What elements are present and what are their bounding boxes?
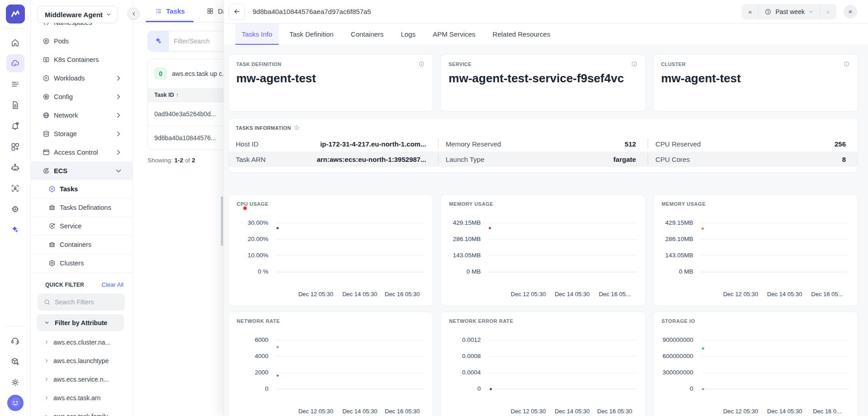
attribute-filter-item[interactable]: aws.ecs.launchtype — [31, 351, 133, 370]
info-field-task-arn: Task ARNarn:aws:ecs:eu-north-1:3952987..… — [229, 156, 438, 163]
summary-card-header: CLUSTER — [661, 61, 850, 67]
attribute-filter-item[interactable]: aws.ecs.service.n... — [31, 370, 133, 388]
rail-divider — [5, 326, 25, 326]
alerts-button[interactable] — [6, 117, 24, 135]
install-button[interactable] — [6, 352, 24, 370]
gridline — [701, 272, 849, 272]
sidebar-item-network[interactable]: Network — [31, 106, 133, 124]
chevron-right-icon — [114, 148, 123, 156]
sidebar-collapse-button[interactable] — [128, 8, 139, 19]
dashboards-button[interactable] — [6, 137, 24, 156]
time-back-button[interactable]: « — [742, 4, 758, 19]
sidebar-item-containers[interactable]: Containers — [31, 236, 133, 254]
middleware-logo[interactable] — [6, 5, 25, 24]
gridline — [488, 255, 637, 256]
tab-containers[interactable]: Containers — [344, 24, 390, 45]
x-tick-label: Dec 16 0... — [813, 408, 841, 415]
sidebar-item-tasks-definations[interactable]: Tasks Definations — [31, 199, 133, 217]
chart-card-network-error-rate: NETWORK ERROR RATE0.00120.00080.00040Dec… — [440, 312, 645, 416]
home-button[interactable] — [6, 33, 24, 52]
clear-all-link[interactable]: Clear All — [102, 281, 124, 288]
info-icon — [843, 61, 850, 67]
infra-monitoring-button[interactable] — [6, 200, 24, 218]
documents-button[interactable] — [6, 96, 24, 114]
x-tick-label: Dec 16 05:30 — [385, 408, 420, 415]
search-filters-input[interactable] — [55, 298, 120, 306]
scrollbar-thumb[interactable] — [221, 196, 223, 246]
attribute-filter-item[interactable]: aws.ecs.task.arn — [31, 388, 133, 407]
settings-button[interactable] — [6, 373, 24, 391]
filter-by-attribute-toggle[interactable]: Filter by Attribute — [37, 314, 124, 331]
tab-apm-services[interactable]: APM Services — [426, 24, 482, 45]
sidebar-item-clusters[interactable]: Clusters — [31, 254, 133, 273]
sidebar-item-ecs[interactable]: ECS — [31, 161, 133, 180]
sidebar-item-pods[interactable]: Pods — [31, 32, 133, 50]
user-avatar[interactable] — [7, 394, 24, 411]
chevron-right-icon — [114, 93, 123, 101]
tab-tasks-info[interactable]: Tasks Info — [235, 24, 279, 45]
network-icon — [42, 111, 50, 119]
attribute-filter-item[interactable]: aws.ecs.task.family — [31, 407, 133, 416]
attribute-label: aws.ecs.service.n... — [53, 376, 109, 383]
cursor-indicator — [243, 207, 247, 210]
time-range-dropdown[interactable]: Past week — [758, 8, 820, 15]
session-replay-button[interactable] — [6, 179, 24, 197]
info-field-value: 256 — [835, 140, 846, 148]
summary-card-header: SERVICE — [448, 61, 637, 67]
gridline — [701, 239, 849, 240]
sidebar-item-label: Access Control — [54, 149, 114, 156]
info-field-label: Launch Type — [446, 156, 485, 163]
x-tick-label: Dec 16 05:30 — [597, 408, 632, 415]
tab-related-resources[interactable]: Related Resources — [486, 24, 557, 45]
app-selector-dropdown[interactable]: Middleware Agent — [37, 6, 118, 23]
info-field-cpu-cores: CPU Cores8 — [648, 156, 858, 163]
sidebar-item-label: Config — [54, 93, 114, 100]
chart-x-axis: Dec 12 05:30Dec 14 05:30Dec 16 05... — [488, 291, 637, 298]
close-drawer-button[interactable]: × — [844, 5, 857, 19]
tab-tasks[interactable]: Tasks — [146, 0, 194, 22]
attribute-filter-list: aws.ecs.cluster.na...aws.ecs.launchtypea… — [31, 333, 133, 416]
gear-icon — [10, 378, 20, 387]
y-tick-label: 286.10MB — [453, 236, 481, 242]
x-tick-label: Dec 12 05:30 — [511, 408, 546, 415]
tab-task-definition[interactable]: Task Definition — [283, 24, 340, 45]
sidebar-item-storage[interactable]: Storage — [31, 124, 133, 143]
time-forward-button[interactable]: » — [820, 4, 836, 19]
attribute-label: aws.ecs.task.family — [53, 413, 108, 416]
sidebar-item-access-control[interactable]: Access Control — [31, 143, 133, 161]
tasks-icon — [48, 185, 56, 193]
infrastructure-icon — [10, 59, 20, 68]
infrastructure-button[interactable] — [6, 54, 24, 72]
sidebar-item-service[interactable]: Service — [31, 217, 133, 236]
x-tick-label: Dec 14 05:30 — [555, 408, 590, 415]
gridline — [276, 356, 424, 357]
tab-label: Tasks — [166, 7, 185, 15]
chart-x-axis: Dec 12 05:30Dec 14 05:30Dec 16 05:30 — [488, 408, 637, 415]
summary-card-label: SERVICE — [448, 61, 471, 67]
gridline — [488, 272, 637, 272]
info-field-label: CPU Reserved — [655, 140, 701, 148]
sidebar-item-tasks[interactable]: Tasks — [31, 180, 133, 199]
chart-card-network-rate: NETWORK RATE6000400020000Dec 12 05:30Dec… — [228, 312, 433, 416]
chart-y-axis: 429.15MB286.10MB143.05MB0 MB — [449, 217, 488, 277]
metric-label: aws.ecs.task up c... — [172, 70, 227, 77]
ai-assistant-button[interactable] — [6, 158, 24, 176]
chevron-right-icon — [114, 130, 123, 138]
data-point — [277, 227, 279, 229]
summary-card-value: mw-agent-test — [236, 71, 425, 86]
attribute-filter-item[interactable]: aws.ecs.cluster.na... — [31, 333, 133, 351]
chart-card-storage-io: STORAGE IO9000000006000000003000000000De… — [653, 312, 858, 416]
logs-button[interactable] — [6, 75, 24, 93]
back-button[interactable] — [229, 4, 245, 20]
y-tick-label: 30.00% — [248, 219, 268, 226]
chevron-left-icon — [131, 11, 137, 17]
task-detail-drawer: 9d8ba40a10844576aea7d97ac6f857a5 « Past … — [224, 0, 868, 416]
tab-logs[interactable]: Logs — [395, 24, 422, 45]
data-point — [489, 227, 491, 229]
chart-card-cpu-usage: CPU USAGE30.00%20.00%10.00%0 %Dec 12 05:… — [228, 194, 433, 306]
sidebar-item-config[interactable]: Config — [31, 87, 133, 106]
sidebar-item-workloads[interactable]: Workloads — [31, 69, 133, 87]
support-button[interactable] — [6, 331, 24, 350]
middleware-ai-button[interactable] — [6, 221, 24, 239]
sidebar-item-k8s-containers[interactable]: K8s Containers — [31, 50, 133, 69]
